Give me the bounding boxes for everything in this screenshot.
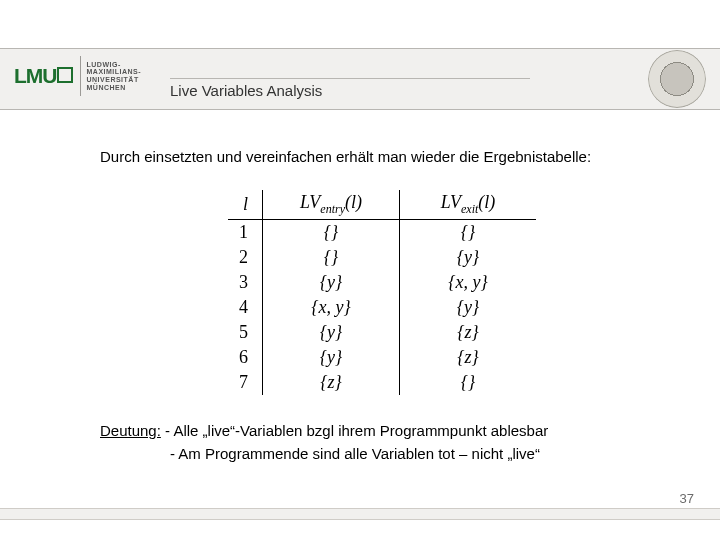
col-header-entry: LVentry(l) [263, 190, 400, 219]
cell-entry: {z} [263, 370, 400, 395]
table-row: 6{y}{z} [228, 345, 536, 370]
table-header-row: l LVentry(l) LVexit(l) [228, 190, 536, 219]
logo-subtitle-line4: München [87, 84, 126, 91]
col-header-exit: LVexit(l) [400, 190, 537, 219]
logo-divider [80, 56, 81, 96]
col-header-l: l [228, 190, 263, 219]
cell-l: 6 [228, 345, 263, 370]
table-row: 3{y}{x, y} [228, 270, 536, 295]
cell-l: 4 [228, 295, 263, 320]
logo-letter-u: U [42, 64, 56, 87]
logo-subtitle-line1: Ludwig- [87, 61, 121, 68]
logo-subtitle-line2: Maximilians- [87, 68, 142, 75]
interp-label: Deutung: [100, 422, 161, 439]
cell-l: 5 [228, 320, 263, 345]
cell-exit: {z} [400, 320, 537, 345]
cell-entry: {} [263, 245, 400, 270]
university-seal-icon [648, 50, 706, 108]
footer-bar [0, 508, 720, 520]
lead-text: Durch einsetzten und vereinfachen erhält… [100, 148, 680, 165]
cell-exit: {y} [400, 245, 537, 270]
result-table: l LVentry(l) LVexit(l) 1{}{}2{}{y}3{y}{x… [228, 190, 536, 395]
table-row: 4{x, y}{y} [228, 295, 536, 320]
logo-subtitle-line3: Universität [87, 76, 139, 83]
table-row: 1{}{} [228, 219, 536, 245]
cell-entry: {x, y} [263, 295, 400, 320]
cell-l: 7 [228, 370, 263, 395]
interp-line1: - Alle „live“-Variablen bzgl ihrem Progr… [161, 422, 548, 439]
cell-entry: {y} [263, 320, 400, 345]
page-number: 37 [680, 491, 694, 506]
logo-letters: LMU [14, 64, 74, 88]
cell-l: 1 [228, 219, 263, 245]
logo-letter-l: L [14, 64, 26, 87]
cell-exit: {} [400, 219, 537, 245]
cell-entry: {y} [263, 270, 400, 295]
page-title: Live Variables Analysis [170, 82, 322, 99]
table-row: 2{}{y} [228, 245, 536, 270]
logo-subtitle: Ludwig- Maximilians- Universität München [87, 61, 142, 92]
slide: LMU Ludwig- Maximilians- Universität Mün… [0, 0, 720, 540]
table-row: 7{z}{} [228, 370, 536, 395]
cell-entry: {} [263, 219, 400, 245]
interpretation-block: Deutung: - Alle „live“-Variablen bzgl ih… [100, 420, 680, 465]
interp-line2: - Am Programmende sind alle Variablen to… [100, 443, 680, 466]
cell-exit: {y} [400, 295, 537, 320]
logo-block: LMU Ludwig- Maximilians- Universität Mün… [14, 56, 141, 96]
logo-square-icon [57, 67, 73, 83]
table-row: 5{y}{z} [228, 320, 536, 345]
cell-exit: {z} [400, 345, 537, 370]
logo-letter-m: M [26, 64, 43, 87]
title-rule [170, 78, 530, 79]
cell-exit: {x, y} [400, 270, 537, 295]
cell-exit: {} [400, 370, 537, 395]
cell-entry: {y} [263, 345, 400, 370]
cell-l: 3 [228, 270, 263, 295]
cell-l: 2 [228, 245, 263, 270]
